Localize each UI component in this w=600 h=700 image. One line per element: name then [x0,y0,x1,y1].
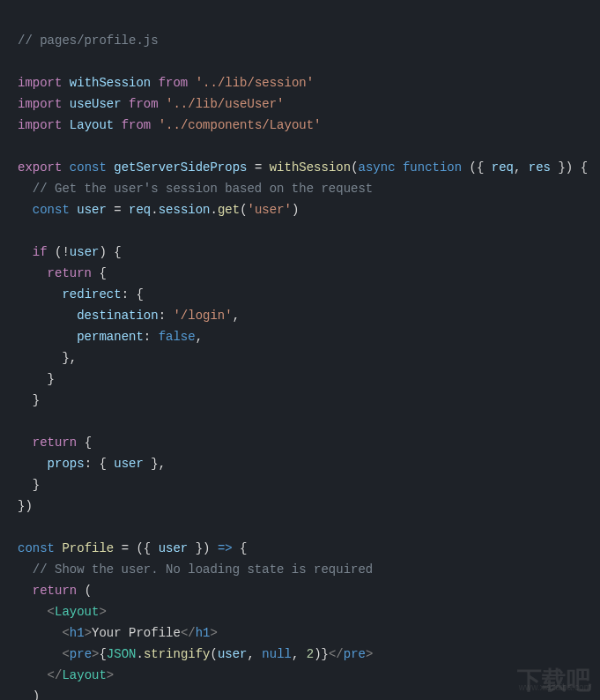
comment-line: // pages/profile.js [18,34,159,48]
punct: , [248,647,263,661]
punct: }) [18,499,33,513]
tag-angle: </ [329,647,344,661]
jsx-tag: pre [344,647,366,661]
punct: ) [18,689,40,700]
arrow: => [218,541,233,555]
punct: : { [122,287,144,302]
keyword-from: from [159,76,189,90]
comment-line: // Show the user. No loading state is re… [18,562,373,577]
punct: : [159,309,174,323]
keyword-export: export [18,160,62,175]
keyword-return: return [33,584,77,598]
punct: . [151,203,158,217]
punct: }, [144,457,166,471]
jsx-text: Your Profile [92,626,181,640]
keyword-const: const [18,541,55,555]
punct: ) [292,203,299,217]
tag-angle: > [107,668,114,682]
tag-angle: < [62,626,69,640]
tag-angle: </ [181,626,196,640]
identifier: req [492,160,514,175]
punct: , [514,160,529,175]
punct: , [233,309,240,323]
punct: , [292,647,307,661]
identifier: user [114,457,144,471]
function-name: Profile [62,541,114,555]
punct: } [18,372,55,386]
tag-angle: </ [48,668,63,682]
string-literal: '../lib/session' [196,76,314,90]
jsx-tag: pre [70,647,92,661]
keyword-async: async [359,160,396,175]
keyword-return: return [48,266,92,280]
keyword-import: import [18,118,62,132]
identifier: user [70,245,100,259]
identifier: redirect [62,287,121,302]
identifier: user [218,647,248,661]
jsx-tag: Layout [62,668,106,682]
punct: ( [240,203,247,217]
string-literal: 'user' [248,203,292,217]
keyword-const: const [33,203,70,217]
punct: } [18,393,40,407]
jsx-tag: Layout [55,605,99,619]
tag-angle: > [366,647,373,661]
punct: = [107,203,129,217]
identifier: props [48,457,85,471]
punct: (! [48,245,70,259]
jsx-tag: h1 [196,626,211,640]
punct: ({ [462,160,492,175]
keyword-if: if [33,245,48,259]
identifier: Layout [70,118,114,132]
punct: . [211,203,218,217]
keyword-from: from [129,97,159,111]
identifier: useUser [70,97,122,111]
string-literal: '../lib/useUser' [166,97,284,111]
punct: { [92,266,107,280]
string-literal: '/login' [173,309,232,323]
tag-angle: < [62,647,69,661]
identifier: withSession [70,76,151,90]
punct: : [144,330,159,344]
keyword-false: false [159,330,196,344]
keyword-return: return [33,436,77,450]
identifier: session [159,203,211,217]
keyword-null: null [262,647,292,661]
punct: . [136,647,143,661]
punct: = ({ [114,541,158,555]
punct: ) [314,647,321,661]
punct: { [77,436,92,450]
punct: }) [188,541,218,555]
identifier: user [77,203,107,217]
function-call: get [218,203,240,217]
punct: ( [351,160,358,175]
identifier: permanent [77,330,144,344]
punct: { [99,647,106,661]
keyword-function: function [403,160,462,175]
identifier: getServerSideProps [114,160,247,175]
code-block: // pages/profile.js import withSession f… [18,9,582,700]
identifier: user [159,541,189,555]
function-call: stringify [144,647,211,661]
jsx-tag: h1 [70,626,85,640]
number: 2 [307,647,314,661]
identifier: req [129,203,151,217]
tag-angle: > [85,626,92,640]
punct: } [322,647,329,661]
punct: = [247,160,269,175]
comment-line: // Get the user's session based on the r… [18,182,373,196]
punct: }, [18,351,77,365]
punct: { [233,541,248,555]
identifier: destination [77,309,158,323]
tag-angle: < [48,605,55,619]
punct: , [196,330,203,344]
punct: }) { [551,160,588,175]
tag-angle: > [211,626,218,640]
punct: } [18,478,40,492]
punct: ( [211,647,218,661]
punct: ) { [99,245,121,259]
tag-angle: > [99,605,106,619]
keyword-import: import [18,76,62,90]
punct: ( [77,584,92,598]
punct: : { [85,457,115,471]
